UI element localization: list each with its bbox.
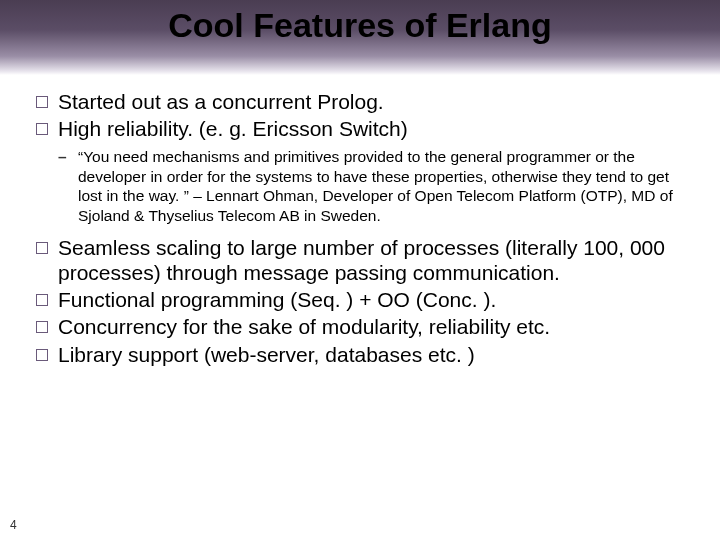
bullet-item: High reliability. (e. g. Ericsson Switch… — [30, 116, 690, 141]
bullet-list: Started out as a concurrent Prolog. High… — [30, 89, 690, 141]
bullet-item: Functional programming (Seq. ) + OO (Con… — [30, 287, 690, 312]
sub-bullet-list: “You need mechanisms and primitives prov… — [58, 147, 690, 225]
title-band: Cool Features of Erlang — [0, 0, 720, 75]
slide-title: Cool Features of Erlang — [168, 6, 552, 45]
bullet-item: Started out as a concurrent Prolog. — [30, 89, 690, 114]
bullet-item: Concurrency for the sake of modularity, … — [30, 314, 690, 339]
page-number: 4 — [10, 518, 17, 532]
bullet-item: Seamless scaling to large number of proc… — [30, 235, 690, 285]
bullet-list: Seamless scaling to large number of proc… — [30, 235, 690, 367]
sub-bullet-item: “You need mechanisms and primitives prov… — [58, 147, 690, 225]
slide-content: Started out as a concurrent Prolog. High… — [0, 75, 720, 367]
bullet-item: Library support (web-server, databases e… — [30, 342, 690, 367]
